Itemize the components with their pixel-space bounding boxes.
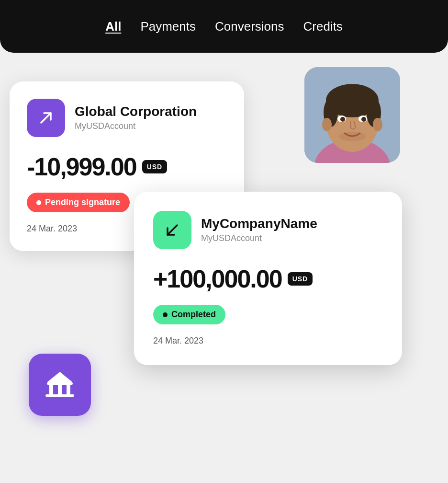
card1-amount: -10,999.00 USD <box>27 152 227 181</box>
card2-status-label: Completed <box>171 310 216 320</box>
card2-status-dot <box>163 312 168 317</box>
card2-subtitle: MyUSDAccount <box>201 233 317 243</box>
svg-point-11 <box>340 117 345 122</box>
card1-title-group: Global Corporation MyUSDAccount <box>75 104 197 131</box>
card2-title: MyCompanyName <box>201 217 317 231</box>
card2-title-group: MyCompanyName MyUSDAccount <box>201 217 317 243</box>
avatar <box>304 67 400 163</box>
card1-status-label: Pending signature <box>45 197 120 207</box>
card1-status-dot <box>36 200 41 205</box>
card1-icon <box>27 99 65 137</box>
card2-amount-value: +100,000.00 <box>153 264 282 293</box>
card-my-company: MyCompanyName MyUSDAccount +100,000.00 U… <box>134 192 402 365</box>
svg-point-12 <box>361 117 366 122</box>
svg-point-13 <box>339 132 366 141</box>
nav-item-all[interactable]: All <box>105 17 121 36</box>
card2-icon <box>153 211 191 249</box>
card1-title: Global Corporation <box>75 104 197 119</box>
card2-currency: USD <box>288 272 313 286</box>
bank-icon-card <box>29 354 91 416</box>
nav-item-payments[interactable]: Payments <box>140 17 196 36</box>
card1-currency: USD <box>142 160 168 173</box>
nav-bar: All Payments Conversions Credits <box>0 0 448 53</box>
svg-rect-14 <box>47 382 73 385</box>
nav-item-conversions[interactable]: Conversions <box>215 17 284 36</box>
svg-rect-18 <box>67 385 70 394</box>
card2-amount: +100,000.00 USD <box>153 264 383 293</box>
svg-rect-16 <box>49 385 53 394</box>
svg-rect-17 <box>58 385 62 394</box>
card2-header: MyCompanyName MyUSDAccount <box>153 211 383 249</box>
card1-subtitle: MyUSDAccount <box>75 121 197 131</box>
card2-date: 24 Mar. 2023 <box>153 336 383 346</box>
card1-status-badge: Pending signature <box>27 193 130 212</box>
nav-item-credits[interactable]: Credits <box>303 17 343 36</box>
svg-rect-15 <box>45 394 74 397</box>
svg-point-7 <box>322 118 332 131</box>
card1-amount-value: -10,999.00 <box>27 152 136 181</box>
svg-marker-19 <box>47 372 73 382</box>
svg-point-8 <box>373 118 382 131</box>
card2-status-badge: Completed <box>153 305 225 324</box>
card1-header: Global Corporation MyUSDAccount <box>27 99 227 137</box>
